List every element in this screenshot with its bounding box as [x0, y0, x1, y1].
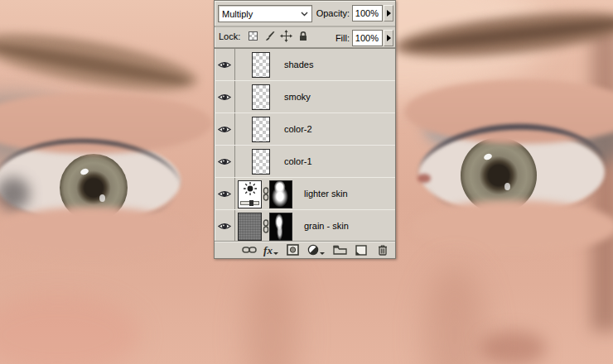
- layer-style-button[interactable]: fx: [262, 242, 280, 257]
- left-eye-highlight-2: [99, 194, 105, 202]
- layer-row-grain-skin[interactable]: grain - skin: [215, 210, 395, 242]
- left-eyeshadow: [0, 79, 122, 194]
- layer-name[interactable]: shades: [284, 60, 313, 69]
- visibility-toggle[interactable]: [215, 178, 235, 209]
- right-eye-iris: [461, 137, 537, 213]
- link-layers-button[interactable]: [240, 242, 258, 257]
- right-eyeshadow: [422, 87, 603, 160]
- lock-fill-row: Lock:: [215, 26, 395, 48]
- blend-opacity-row: Multiply Opacity: 100%: [215, 1, 395, 26]
- layer-name[interactable]: smoky: [284, 92, 311, 102]
- fx-icon: fx: [263, 245, 273, 256]
- menu-arrow-icon: [320, 252, 325, 255]
- layer-name[interactable]: color-2: [284, 124, 312, 134]
- move-arrows-icon: [280, 30, 292, 42]
- lock-all-button[interactable]: [297, 30, 309, 42]
- chain-icon: [242, 246, 257, 254]
- layer-thumbnail[interactable]: [238, 213, 262, 241]
- new-layer-icon: [355, 245, 367, 256]
- mask-link-toggle[interactable]: [262, 186, 269, 202]
- chain-vertical-icon: [263, 219, 269, 233]
- layer-row-color-1[interactable]: color-1: [215, 146, 395, 178]
- chevron-down-icon: [301, 12, 308, 17]
- left-lower-lash: [8, 162, 174, 225]
- fill-input[interactable]: 100%: [352, 30, 383, 46]
- right-eyebrow-core: [408, 17, 613, 53]
- layer-name[interactable]: grain - skin: [304, 221, 349, 231]
- left-eye-corner-shadow: [0, 177, 30, 210]
- fill-field-group: Fill: 100%: [335, 30, 393, 46]
- layer-row-lighter-skin[interactable]: lighter skin: [215, 178, 395, 210]
- layer-name[interactable]: color-1: [284, 156, 312, 166]
- layer-list: shades smoky: [215, 48, 395, 242]
- left-lower-lid: [0, 207, 191, 258]
- layer-row-color-2[interactable]: color-2: [215, 113, 395, 146]
- nose-shadow-left: [245, 265, 298, 364]
- eye-icon: [218, 93, 231, 102]
- lock-group: Lock:: [219, 30, 309, 42]
- fill-label: Fill:: [335, 33, 350, 43]
- left-eye-highlight: [80, 168, 89, 176]
- left-eyebrow-core: [0, 39, 189, 89]
- lock-transparency-button[interactable]: [247, 30, 259, 42]
- checkerboard-icon: [249, 31, 258, 41]
- adjustment-circle-icon: [307, 244, 319, 256]
- layer-thumbnail[interactable]: [252, 84, 270, 110]
- eye-icon: [218, 125, 231, 134]
- nose-shadow-right: [424, 265, 485, 364]
- fill-slider-button[interactable]: [384, 30, 393, 46]
- add-layer-mask-button[interactable]: [283, 242, 302, 257]
- opacity-input[interactable]: 100%: [352, 5, 383, 22]
- left-eye-iris: [60, 154, 128, 222]
- layer-mask-thumbnail[interactable]: [269, 180, 292, 208]
- right-eye-sclera: [419, 131, 605, 213]
- folder-icon: [333, 245, 347, 255]
- layer-thumbnail[interactable]: [252, 117, 270, 142]
- right-triangle-icon: [387, 10, 391, 17]
- lock-position-button[interactable]: [280, 30, 292, 42]
- mask-link-toggle[interactable]: [262, 218, 269, 234]
- right-triangle-icon: [387, 35, 391, 41]
- layer-thumbnail[interactable]: [252, 52, 270, 78]
- right-lash-line: [415, 119, 609, 225]
- right-lower-lash: [431, 154, 596, 218]
- visibility-toggle[interactable]: [215, 210, 235, 242]
- layer-mask-icon: [287, 244, 299, 256]
- left-eyebrow: [0, 22, 200, 102]
- brush-icon: [264, 31, 276, 42]
- cheek-blush: [0, 294, 141, 364]
- adjustment-layer-thumbnail[interactable]: [238, 180, 262, 208]
- blend-mode-select[interactable]: Multiply: [218, 5, 312, 22]
- menu-arrow-icon: [273, 252, 278, 255]
- eye-icon: [218, 222, 231, 231]
- mask-preview: [270, 181, 292, 208]
- layer-row-shades[interactable]: shades: [215, 49, 395, 81]
- layer-name[interactable]: lighter skin: [304, 189, 348, 199]
- opacity-value: 100%: [355, 8, 379, 18]
- new-layer-button[interactable]: [352, 242, 370, 257]
- visibility-toggle[interactable]: [215, 81, 235, 113]
- new-adjustment-layer-button[interactable]: [306, 242, 325, 257]
- delete-layer-button[interactable]: [374, 242, 392, 257]
- mask-preview: [270, 213, 292, 240]
- layer-mask-thumbnail[interactable]: [269, 213, 292, 241]
- layers-panel: Multiply Opacity: 100% Lock:: [214, 0, 396, 259]
- opacity-slider-button[interactable]: [384, 5, 393, 22]
- visibility-toggle[interactable]: [215, 146, 235, 177]
- blend-mode-value: Multiply: [222, 9, 299, 19]
- left-eye-sclera: [0, 141, 181, 222]
- visibility-toggle[interactable]: [215, 113, 235, 145]
- layer-row-smoky[interactable]: smoky: [215, 81, 395, 113]
- left-lash-line: [0, 136, 182, 235]
- right-lower-lid: [411, 200, 613, 253]
- lock-pixels-button[interactable]: [263, 30, 276, 42]
- layer-thumbnail[interactable]: [252, 149, 270, 175]
- right-eyebrow: [393, 4, 613, 65]
- visibility-toggle[interactable]: [215, 49, 235, 80]
- fill-value: 100%: [355, 33, 379, 43]
- padlock-icon: [298, 31, 308, 41]
- right-eyeshadow-outer: [553, 116, 613, 165]
- right-eye-highlight-2: [504, 183, 510, 190]
- trash-icon: [378, 244, 388, 256]
- new-group-button[interactable]: [331, 242, 349, 257]
